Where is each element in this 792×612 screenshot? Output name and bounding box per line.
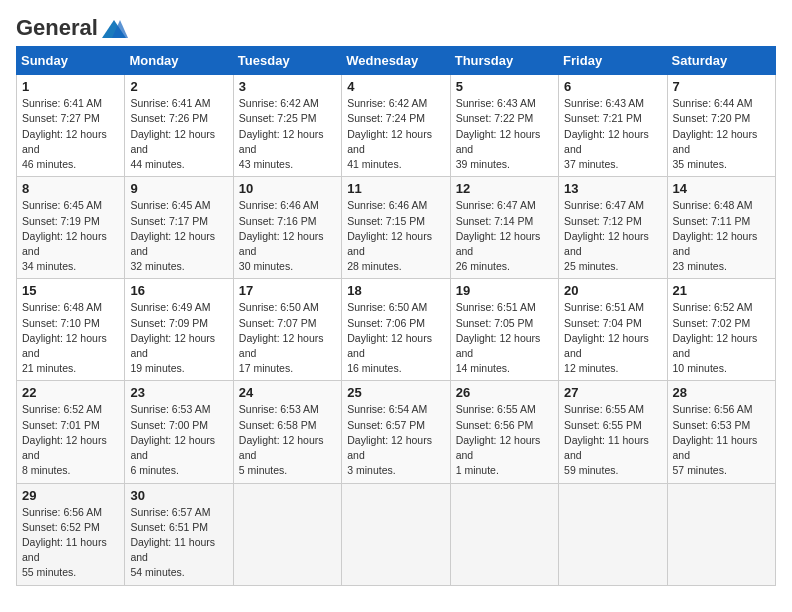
calendar-cell: 7Sunrise: 6:44 AMSunset: 7:20 PMDaylight… [667,75,775,177]
day-info: Sunrise: 6:45 AMSunset: 7:17 PMDaylight:… [130,198,227,274]
weekday-header: Saturday [667,47,775,75]
calendar-table: SundayMondayTuesdayWednesdayThursdayFrid… [16,46,776,585]
calendar-cell: 13Sunrise: 6:47 AMSunset: 7:12 PMDayligh… [559,177,667,279]
day-number: 11 [347,181,444,196]
calendar-cell [233,483,341,585]
day-number: 27 [564,385,661,400]
calendar-cell [667,483,775,585]
day-number: 6 [564,79,661,94]
calendar-cell: 9Sunrise: 6:45 AMSunset: 7:17 PMDaylight… [125,177,233,279]
day-info: Sunrise: 6:42 AMSunset: 7:25 PMDaylight:… [239,96,336,172]
day-number: 19 [456,283,553,298]
calendar-cell [342,483,450,585]
calendar-cell [450,483,558,585]
day-number: 4 [347,79,444,94]
calendar-week-row: 1Sunrise: 6:41 AMSunset: 7:27 PMDaylight… [17,75,776,177]
day-info: Sunrise: 6:57 AMSunset: 6:51 PMDaylight:… [130,505,227,581]
day-number: 22 [22,385,119,400]
weekday-header: Sunday [17,47,125,75]
day-info: Sunrise: 6:49 AMSunset: 7:09 PMDaylight:… [130,300,227,376]
day-number: 10 [239,181,336,196]
calendar-cell: 1Sunrise: 6:41 AMSunset: 7:27 PMDaylight… [17,75,125,177]
calendar-cell: 20Sunrise: 6:51 AMSunset: 7:04 PMDayligh… [559,279,667,381]
day-number: 23 [130,385,227,400]
calendar-cell: 18Sunrise: 6:50 AMSunset: 7:06 PMDayligh… [342,279,450,381]
calendar-cell: 19Sunrise: 6:51 AMSunset: 7:05 PMDayligh… [450,279,558,381]
day-number: 17 [239,283,336,298]
calendar-cell: 24Sunrise: 6:53 AMSunset: 6:58 PMDayligh… [233,381,341,483]
day-info: Sunrise: 6:47 AMSunset: 7:12 PMDaylight:… [564,198,661,274]
calendar-cell: 27Sunrise: 6:55 AMSunset: 6:55 PMDayligh… [559,381,667,483]
day-info: Sunrise: 6:56 AMSunset: 6:53 PMDaylight:… [673,402,770,478]
day-number: 24 [239,385,336,400]
day-info: Sunrise: 6:45 AMSunset: 7:19 PMDaylight:… [22,198,119,274]
calendar-cell: 28Sunrise: 6:56 AMSunset: 6:53 PMDayligh… [667,381,775,483]
calendar-cell: 5Sunrise: 6:43 AMSunset: 7:22 PMDaylight… [450,75,558,177]
day-number: 30 [130,488,227,503]
day-info: Sunrise: 6:54 AMSunset: 6:57 PMDaylight:… [347,402,444,478]
day-info: Sunrise: 6:55 AMSunset: 6:55 PMDaylight:… [564,402,661,478]
day-info: Sunrise: 6:47 AMSunset: 7:14 PMDaylight:… [456,198,553,274]
calendar-cell: 3Sunrise: 6:42 AMSunset: 7:25 PMDaylight… [233,75,341,177]
day-info: Sunrise: 6:46 AMSunset: 7:15 PMDaylight:… [347,198,444,274]
day-number: 18 [347,283,444,298]
calendar-cell: 6Sunrise: 6:43 AMSunset: 7:21 PMDaylight… [559,75,667,177]
weekday-header: Friday [559,47,667,75]
calendar-cell: 22Sunrise: 6:52 AMSunset: 7:01 PMDayligh… [17,381,125,483]
calendar-cell [559,483,667,585]
day-number: 29 [22,488,119,503]
day-number: 2 [130,79,227,94]
day-info: Sunrise: 6:55 AMSunset: 6:56 PMDaylight:… [456,402,553,478]
calendar-cell: 29Sunrise: 6:56 AMSunset: 6:52 PMDayligh… [17,483,125,585]
day-info: Sunrise: 6:48 AMSunset: 7:11 PMDaylight:… [673,198,770,274]
day-info: Sunrise: 6:46 AMSunset: 7:16 PMDaylight:… [239,198,336,274]
day-info: Sunrise: 6:43 AMSunset: 7:21 PMDaylight:… [564,96,661,172]
day-number: 20 [564,283,661,298]
calendar-cell: 17Sunrise: 6:50 AMSunset: 7:07 PMDayligh… [233,279,341,381]
day-info: Sunrise: 6:48 AMSunset: 7:10 PMDaylight:… [22,300,119,376]
calendar-cell: 14Sunrise: 6:48 AMSunset: 7:11 PMDayligh… [667,177,775,279]
calendar-cell: 8Sunrise: 6:45 AMSunset: 7:19 PMDaylight… [17,177,125,279]
day-number: 8 [22,181,119,196]
weekday-header: Wednesday [342,47,450,75]
calendar-cell: 2Sunrise: 6:41 AMSunset: 7:26 PMDaylight… [125,75,233,177]
calendar-cell: 26Sunrise: 6:55 AMSunset: 6:56 PMDayligh… [450,381,558,483]
day-number: 25 [347,385,444,400]
day-info: Sunrise: 6:53 AMSunset: 6:58 PMDaylight:… [239,402,336,478]
calendar-cell: 11Sunrise: 6:46 AMSunset: 7:15 PMDayligh… [342,177,450,279]
day-info: Sunrise: 6:44 AMSunset: 7:20 PMDaylight:… [673,96,770,172]
day-number: 13 [564,181,661,196]
day-number: 9 [130,181,227,196]
day-info: Sunrise: 6:43 AMSunset: 7:22 PMDaylight:… [456,96,553,172]
calendar-header-row: SundayMondayTuesdayWednesdayThursdayFrid… [17,47,776,75]
day-info: Sunrise: 6:42 AMSunset: 7:24 PMDaylight:… [347,96,444,172]
calendar-cell: 15Sunrise: 6:48 AMSunset: 7:10 PMDayligh… [17,279,125,381]
day-number: 7 [673,79,770,94]
day-number: 3 [239,79,336,94]
day-number: 12 [456,181,553,196]
day-info: Sunrise: 6:53 AMSunset: 7:00 PMDaylight:… [130,402,227,478]
calendar-cell: 25Sunrise: 6:54 AMSunset: 6:57 PMDayligh… [342,381,450,483]
weekday-header: Monday [125,47,233,75]
day-number: 15 [22,283,119,298]
page-header: General [16,16,776,36]
day-info: Sunrise: 6:51 AMSunset: 7:05 PMDaylight:… [456,300,553,376]
day-number: 26 [456,385,553,400]
calendar-week-row: 29Sunrise: 6:56 AMSunset: 6:52 PMDayligh… [17,483,776,585]
logo: General [16,16,128,36]
day-number: 14 [673,181,770,196]
day-number: 5 [456,79,553,94]
calendar-cell: 23Sunrise: 6:53 AMSunset: 7:00 PMDayligh… [125,381,233,483]
day-number: 21 [673,283,770,298]
day-info: Sunrise: 6:51 AMSunset: 7:04 PMDaylight:… [564,300,661,376]
calendar-week-row: 8Sunrise: 6:45 AMSunset: 7:19 PMDaylight… [17,177,776,279]
calendar-cell: 12Sunrise: 6:47 AMSunset: 7:14 PMDayligh… [450,177,558,279]
day-number: 16 [130,283,227,298]
calendar-cell: 30Sunrise: 6:57 AMSunset: 6:51 PMDayligh… [125,483,233,585]
day-number: 1 [22,79,119,94]
day-info: Sunrise: 6:52 AMSunset: 7:02 PMDaylight:… [673,300,770,376]
calendar-cell: 10Sunrise: 6:46 AMSunset: 7:16 PMDayligh… [233,177,341,279]
calendar-cell: 16Sunrise: 6:49 AMSunset: 7:09 PMDayligh… [125,279,233,381]
day-number: 28 [673,385,770,400]
day-info: Sunrise: 6:56 AMSunset: 6:52 PMDaylight:… [22,505,119,581]
